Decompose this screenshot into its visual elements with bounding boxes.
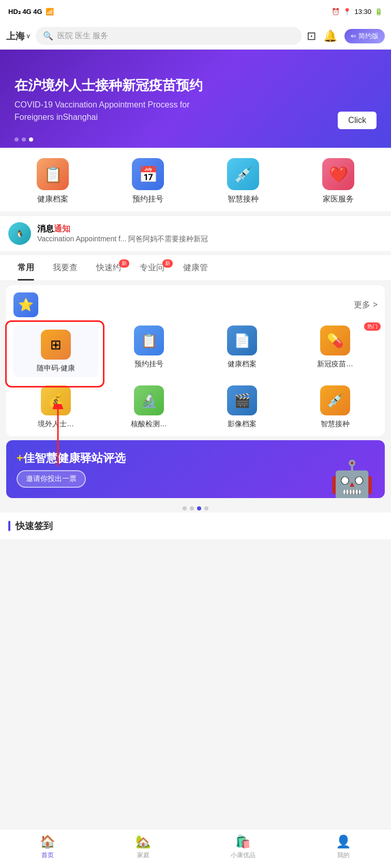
city-label: 上海: [6, 30, 25, 42]
scan-icon[interactable]: ⊡: [307, 29, 316, 43]
tab-common[interactable]: 常用: [8, 255, 43, 281]
promo-dot-3: [197, 506, 201, 510]
click-button[interactable]: Click: [338, 112, 377, 129]
dot-3: [29, 137, 33, 142]
tab-badge-new2: 新: [162, 259, 173, 268]
promo-dot-1: [183, 506, 187, 510]
tab-bar: 常用 我要查 快速约 新 专业问 新 健康管: [0, 255, 391, 281]
service-label: 智慧接种: [228, 194, 259, 204]
notification-content: 消息通知 Vaccination Appointment f... 阿爸阿妈不需…: [37, 224, 208, 244]
service-label: 预约挂号: [132, 194, 163, 204]
nav-mine-label: 我的: [337, 851, 350, 860]
bell-icon[interactable]: 🔔: [323, 29, 337, 43]
notification-logo: 🐧: [8, 222, 31, 245]
family-doctor-icon: ❤️: [322, 158, 354, 190]
foreign-icon: 💰: [41, 385, 71, 415]
service-grid-row2: 💰 境外人士… 🔬 核酸检测… 🎬 影像档案 💉 智慧接种: [13, 385, 378, 429]
home-icon: 🏠: [40, 834, 55, 849]
status-carrier: HD₂ 4G 4G 📶: [8, 8, 54, 16]
grid-item-image-archive[interactable]: 🎬 影像档案: [200, 385, 284, 429]
service-label: 健康档案: [37, 194, 68, 204]
notification-text: Vaccination Appointment f... 阿爸阿妈不需要接种新冠: [37, 235, 208, 244]
shop-icon: 🛍️: [235, 834, 251, 849]
grid-item-foreign[interactable]: 💰 境外人士…: [13, 385, 98, 429]
grid-item-nucleic[interactable]: 🔬 核酸检测…: [107, 385, 191, 429]
nav-shop-label: 小康优品: [231, 851, 255, 860]
service-label: 家医服务: [323, 194, 354, 204]
status-right: ⏰ 📍 13:30 🔋: [332, 8, 383, 16]
tab-fast-appt[interactable]: 快速约 新: [87, 255, 130, 281]
health-records-icon: 📋: [37, 158, 69, 190]
hot-badge: 热门: [364, 322, 381, 331]
simple-version-button[interactable]: ⇐ 简约版: [344, 29, 385, 43]
promo-dots: [0, 502, 391, 513]
promo-content: +佳智慧健康驿站评选 邀请你投出一票: [17, 451, 126, 488]
appointment-icon: 📅: [132, 158, 164, 190]
promo-dot-2: [190, 506, 194, 510]
appointment-grid-icon: 📋: [134, 326, 164, 355]
quick-services: 📋 健康档案 📅 预约挂号 💉 智慧接种 ❤️ 家医服务: [0, 148, 391, 211]
service-health-records[interactable]: 📋 健康档案: [37, 158, 69, 204]
search-bar[interactable]: 🔍 医院 医生 服务: [36, 27, 302, 45]
grid-label-smart: 智慧接种: [321, 420, 350, 429]
tab-query[interactable]: 我要查: [43, 255, 87, 281]
quick-login-title: 快速签到: [16, 520, 53, 532]
grid-item-covid-vaccine[interactable]: 热门 💊 新冠疫苗…: [293, 326, 378, 377]
service-appointment[interactable]: 📅 预约挂号: [132, 158, 164, 204]
notification-bar[interactable]: 🐧 消息通知 Vaccination Appointment f... 阿爸阿妈…: [0, 215, 391, 251]
nav-family[interactable]: 🏡 家庭: [136, 834, 151, 860]
grid-label-image: 影像档案: [228, 420, 257, 429]
grid-label-appt: 预约挂号: [134, 360, 163, 369]
grid-item-health-archive[interactable]: 📄 健康档案: [200, 326, 284, 377]
bottom-nav: 🏠 首页 🏡 家庭 🛍️ 小康优品 👤 我的: [0, 829, 391, 868]
service-section: ⭐ 更多 > ⊞ 随申码·健康 📋 预约挂号 📄 健康档案 热门: [6, 285, 385, 436]
service-smart-vaccine[interactable]: 💉 智慧接种: [227, 158, 259, 204]
hero-banner: 在沪境外人士接种新冠疫苗预约 COVID-19 Vaccination Appo…: [0, 50, 391, 148]
vaccine-icon: 💉: [227, 158, 259, 190]
nav-home-label: 首页: [41, 851, 54, 860]
banner-dots: [14, 137, 33, 142]
nav-shop[interactable]: 🛍️ 小康优品: [231, 834, 255, 860]
promo-banner[interactable]: +佳智慧健康驿站评选 邀请你投出一票 🤖: [6, 440, 385, 498]
nucleic-icon: 🔬: [134, 385, 164, 415]
smart-vaccine-icon: 💉: [320, 385, 350, 415]
quick-login-section: 快速签到: [0, 513, 391, 539]
mascot-icon: 🤖: [329, 458, 374, 498]
image-archive-icon: 🎬: [227, 385, 257, 415]
city-selector[interactable]: 上海 ∨: [6, 30, 31, 42]
header: 上海 ∨ 🔍 医院 医生 服务 ⊡ 🔔 ⇐ 简约版: [0, 23, 391, 50]
promo-subtitle: 邀请你投出一票: [17, 470, 86, 488]
grid-label-health: 健康档案: [228, 360, 257, 369]
section-line: [8, 521, 10, 531]
header-icons: ⊡ 🔔 ⇐ 简约版: [307, 29, 385, 43]
nav-home[interactable]: 🏠 首页: [40, 834, 55, 860]
grid-label-shenco: 随申码·健康: [37, 364, 75, 373]
service-grid-row1: ⊞ 随申码·健康 📋 预约挂号 📄 健康档案 热门 💊 新冠疫苗…: [13, 326, 378, 377]
grid-item-appointment[interactable]: 📋 预约挂号: [107, 326, 191, 377]
promo-title: +佳智慧健康驿站评选: [17, 451, 126, 466]
banner-title-zh: 在沪境外人士接种新冠疫苗预约: [14, 76, 377, 95]
nav-mine[interactable]: 👤 我的: [336, 834, 351, 860]
nav-family-label: 家庭: [137, 851, 149, 860]
tab-health-mgmt[interactable]: 健康管: [174, 255, 217, 281]
notification-brand: 消息通知: [37, 224, 208, 235]
tab-expert[interactable]: 专业问 新: [130, 255, 174, 281]
grid-label-foreign: 境外人士…: [38, 420, 74, 429]
dot-2: [22, 137, 26, 142]
service-family-doctor[interactable]: ❤️ 家医服务: [322, 158, 354, 204]
search-icon: 🔍: [43, 31, 53, 41]
banner-title-en: COVID-19 Vaccination Appointment Process…: [14, 99, 211, 123]
shenco-icon: ⊞: [41, 330, 71, 360]
chevron-down-icon: ∨: [26, 33, 31, 40]
promo-dot-4: [204, 506, 208, 510]
grid-label-nucleic: 核酸检测…: [131, 420, 167, 429]
mine-icon: 👤: [336, 834, 351, 849]
grid-item-smart-vaccine[interactable]: 💉 智慧接种: [293, 385, 378, 429]
grid-label-covid: 新冠疫苗…: [317, 360, 353, 369]
grid-item-shenco[interactable]: ⊞ 随申码·健康: [13, 326, 98, 377]
health-archive-icon: 📄: [227, 326, 257, 355]
family-icon: 🏡: [136, 834, 151, 849]
dot-1: [14, 137, 19, 142]
more-link[interactable]: 更多 >: [354, 300, 378, 311]
search-placeholder: 医院 医生 服务: [57, 31, 108, 41]
